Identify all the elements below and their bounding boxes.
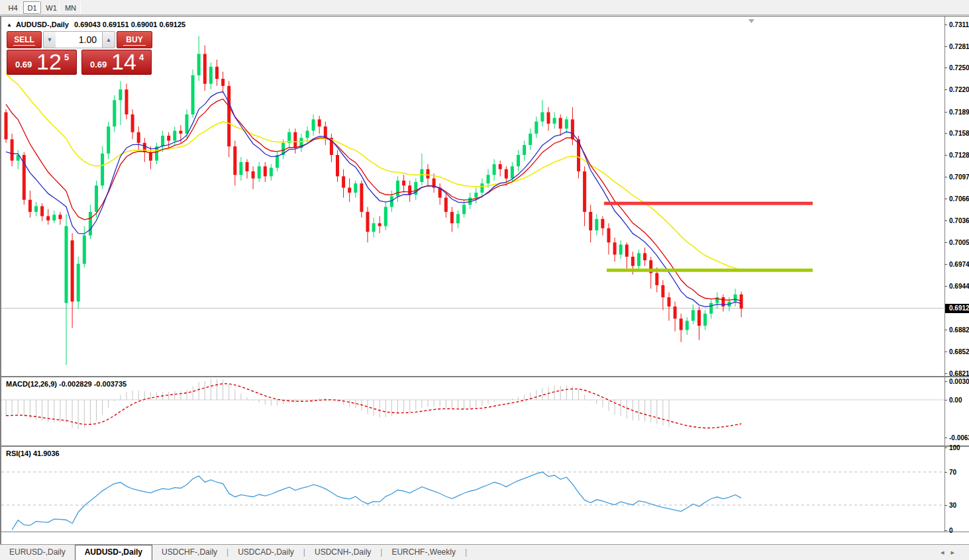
timeframe-button-h4[interactable]: H4 <box>4 1 22 14</box>
macd-label: MACD(12,26,9) -0.002829 -0.003735 <box>6 380 127 388</box>
axis-tick <box>944 89 947 90</box>
sell-price-sup: 5 <box>64 52 69 62</box>
toolbar-separator <box>59 1 60 14</box>
chart-shift-marker-icon[interactable] <box>748 19 754 23</box>
buy-price-big: 14 <box>111 49 136 75</box>
axis-tick <box>944 155 947 156</box>
toolbar-separator <box>40 1 40 14</box>
volume-increase-button[interactable]: ▲ <box>102 31 115 48</box>
chart-tab-bar: EURUSD-,DailyAUDUSD-,DailyUSDCHF-,Daily|… <box>0 544 969 560</box>
volume-decrease-button[interactable]: ▼ <box>43 31 56 48</box>
sell-price-prefix: 0.69 <box>15 60 32 70</box>
price-axis-label: 0.70050 <box>949 238 969 247</box>
axis-tick <box>944 177 947 177</box>
chart-ohlc-values: 0.69043 0.69151 0.69001 0.69125 <box>74 21 185 28</box>
axis-tick <box>944 24 947 25</box>
collapse-panel-icon[interactable]: ▲ <box>7 22 12 28</box>
tab-audusd-daily[interactable]: AUDUSD-,Daily <box>75 545 152 560</box>
rsi-indicator-chart[interactable] <box>1 447 944 532</box>
sell-underline <box>13 45 35 46</box>
axis-tick <box>944 242 947 243</box>
sell-price-big: 12 <box>36 49 62 75</box>
rsi-axis-label: 100 <box>949 443 969 452</box>
macd-axis-label: -0.006311 <box>949 434 969 442</box>
price-axis-label: 0.69745 <box>949 260 969 269</box>
macd-axis-label: 0.00 <box>949 396 969 404</box>
axis-tick <box>944 438 947 438</box>
timeframe-button-mn[interactable]: MN <box>62 1 79 14</box>
price-axis-label: 0.68210 <box>949 369 969 378</box>
price-axis-label: 0.70665 <box>949 195 969 203</box>
axis-tick <box>944 112 947 113</box>
price-axis-label: 0.71585 <box>949 129 969 138</box>
volume-input[interactable] <box>56 31 102 48</box>
price-axis-label: 0.72200 <box>949 85 969 94</box>
price-axis-label: 0.71890 <box>949 108 969 117</box>
tab-eurusd-daily[interactable]: EURUSD-,Daily <box>0 545 75 560</box>
rsi-label: RSI(14) 41.9036 <box>6 449 60 457</box>
buy-underline <box>123 45 145 46</box>
toolbar-separator <box>21 1 21 14</box>
buy-price-button[interactable]: 0.69 14 4 <box>81 50 152 75</box>
tab-usdcnh-daily[interactable]: USDCNH-,Daily <box>305 545 380 560</box>
axis-tick <box>944 264 947 265</box>
axis-tick <box>944 381 947 382</box>
axis-tick <box>944 351 947 352</box>
axis-tick <box>944 286 947 287</box>
axis-tick <box>944 199 947 199</box>
axis-tick <box>944 505 947 506</box>
price-axis-label: 0.71280 <box>949 151 969 160</box>
price-axis-label: 0.68520 <box>949 348 969 356</box>
buy-price-prefix: 0.69 <box>90 60 107 70</box>
axis-tick <box>944 68 947 68</box>
scroll-left-icon[interactable]: ◂ <box>941 548 951 556</box>
axis-tick <box>944 220 947 221</box>
price-axis-label: 0.69440 <box>949 282 969 291</box>
tab-eurchf-weekly[interactable]: EURCHF-,Weekly <box>382 545 464 560</box>
macd-indicator-chart[interactable] <box>1 377 944 445</box>
one-click-trading-panel: SELL ▼ ▲ BUY 0.69 12 5 0.69 14 4 <box>7 31 152 49</box>
chart-symbol-label: AUDUSD-,Daily <box>16 21 69 28</box>
timeframe-button-w1[interactable]: W1 <box>42 1 60 14</box>
axis-tick <box>944 447 947 448</box>
axis-tick <box>944 373 947 374</box>
price-axis-label: 0.70970 <box>949 173 969 181</box>
axis-tick <box>944 530 947 531</box>
chart-window[interactable]: ▲AUDUSD-,Daily0.69043 0.69151 0.69001 0.… <box>0 16 969 544</box>
price-axis-label: 0.70360 <box>949 216 969 225</box>
price-axis-label: 0.72810 <box>949 42 969 51</box>
axis-tick <box>944 133 947 134</box>
timeframe-button-d1[interactable]: D1 <box>23 1 41 14</box>
price-axis-label: 0.72505 <box>949 64 969 72</box>
price-axis-label: 0.73115 <box>949 21 969 29</box>
tab-usdcad-daily[interactable]: USDCAD-,Daily <box>229 545 303 560</box>
macd-axis-label: 0.003035 <box>949 377 969 386</box>
axis-tick <box>944 472 947 473</box>
rsi-axis-label: 70 <box>949 468 969 477</box>
tab-scroll-arrows[interactable]: ◂▸ <box>941 548 961 557</box>
chart-title: ▲AUDUSD-,Daily0.69043 0.69151 0.69001 0.… <box>7 21 185 28</box>
price-axis-label: 0.68825 <box>949 326 969 334</box>
tab-usdchf-daily[interactable]: USDCHF-,Daily <box>152 545 227 560</box>
timeframe-toolbar: H4 D1 W1 MN <box>0 0 969 15</box>
sell-button[interactable]: SELL <box>7 31 42 48</box>
scroll-right-icon[interactable]: ▸ <box>950 548 961 556</box>
rsi-axis-label: 0 <box>949 526 969 535</box>
sell-price-button[interactable]: 0.69 12 5 <box>7 50 77 75</box>
axis-tick <box>944 330 947 330</box>
tab-separator: | <box>465 545 467 557</box>
rsi-axis-label: 30 <box>949 501 969 510</box>
price-axis-border <box>944 17 945 532</box>
panel-divider <box>1 532 969 532</box>
buy-price-sup: 4 <box>139 52 144 62</box>
axis-tick <box>944 46 947 47</box>
current-price-tag: 0.69125 <box>945 304 969 313</box>
axis-tick <box>944 400 947 400</box>
toolbar-separator <box>80 1 81 14</box>
buy-button[interactable]: BUY <box>117 31 152 48</box>
